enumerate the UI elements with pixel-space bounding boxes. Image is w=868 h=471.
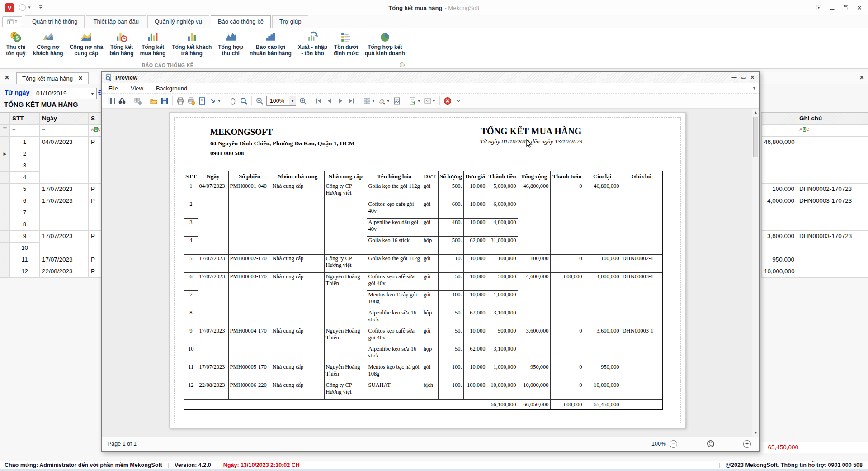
grid-row[interactable]: 617/07/2023P bbox=[0, 195, 103, 207]
grid-row[interactable]: 100,000DHN00002-170723 bbox=[762, 184, 868, 195]
prev-page-icon[interactable] bbox=[324, 95, 335, 107]
scroll-down-icon[interactable]: ▼ bbox=[752, 429, 759, 436]
multi-page-icon[interactable]: ▼ bbox=[362, 95, 377, 107]
close-preview-icon[interactable] bbox=[442, 95, 453, 107]
svg-text:C: C bbox=[98, 127, 101, 132]
page-color-icon[interactable]: ▼ bbox=[377, 95, 392, 107]
ribbon-button-bars3[interactable]: Tổng kết kháchtrả hàng bbox=[169, 28, 215, 57]
right-grid: Ghi chúABC46,800,000100,000DHN00002-1707… bbox=[761, 112, 868, 278]
bars4-icon bbox=[146, 30, 159, 43]
combo-arrow-icon[interactable]: ▼ bbox=[289, 96, 296, 105]
ribbon-tab-5[interactable]: Trợ giúp bbox=[272, 15, 309, 28]
open-icon[interactable] bbox=[148, 95, 159, 107]
print-icon[interactable] bbox=[175, 95, 186, 107]
menubar-overflow-icon[interactable]: ▼ bbox=[752, 86, 756, 90]
ribbon-button-coins[interactable]: €$Thu chitồn quỹ bbox=[2, 28, 30, 57]
toolbar-separator bbox=[405, 96, 405, 105]
grid-row[interactable]: 517/07/2023P bbox=[0, 184, 103, 195]
app-menu-button[interactable]: ▽ bbox=[2, 16, 22, 27]
magnifier-icon[interactable] bbox=[238, 95, 249, 107]
fit-screen-icon[interactable] bbox=[813, 2, 825, 13]
page-setup-icon[interactable] bbox=[197, 95, 208, 107]
customize-grid-icon[interactable] bbox=[132, 95, 143, 107]
zoom-slider-knob[interactable] bbox=[707, 440, 714, 447]
ribbon-tab-4[interactable]: Báo cáo thống kê bbox=[211, 15, 271, 28]
ribbon-group-separator bbox=[406, 30, 406, 67]
grid-row[interactable]: 1117/07/2023P bbox=[0, 254, 103, 266]
toolbar-separator bbox=[359, 96, 359, 105]
ribbon-tab-2[interactable]: Thiết lập ban đầu bbox=[86, 15, 146, 28]
minimize-icon[interactable] bbox=[826, 2, 838, 13]
ribbon-button-list[interactable]: Tồn dướiđịnh mức bbox=[330, 28, 362, 57]
report-company-phone: 0901 000 508 bbox=[210, 150, 354, 157]
menu-background[interactable]: Background bbox=[156, 85, 187, 92]
quick-print-icon[interactable] bbox=[186, 95, 197, 107]
scale-icon[interactable]: ▼ bbox=[208, 95, 222, 107]
from-date-combo[interactable]: 01/10/2019 ▼ bbox=[33, 88, 97, 99]
scroll-up-icon[interactable]: ▲ bbox=[752, 109, 759, 116]
ribbon-button-area1[interactable]: Công nợkhách hàng bbox=[30, 28, 66, 57]
hand-icon[interactable] bbox=[227, 95, 238, 107]
toolbar-separator bbox=[130, 96, 130, 105]
ribbon-button-steps[interactable]: Báo cáo lợinhuận bán hàng bbox=[246, 28, 295, 57]
grid-row[interactable]: 104/07/2023P bbox=[0, 137, 103, 148]
menu-view[interactable]: View bbox=[131, 85, 143, 92]
close-icon[interactable] bbox=[854, 2, 865, 13]
tab-close-icon[interactable]: ✕ bbox=[78, 75, 83, 81]
zoom-combo[interactable]: 100%▼ bbox=[266, 96, 296, 106]
left-grid-filter-row[interactable]: ==ABC bbox=[0, 125, 103, 137]
grid-row[interactable]: 1222/08/2023P bbox=[0, 266, 103, 278]
left-grid-header[interactable]: STTNgàyS bbox=[0, 113, 103, 125]
first-page-icon[interactable] bbox=[313, 95, 324, 107]
preview-maximize-icon[interactable]: ▭ bbox=[741, 75, 745, 81]
preview-minimize-icon[interactable]: — bbox=[731, 75, 736, 80]
overflow-dd-icon[interactable] bbox=[453, 95, 464, 107]
last-page-icon[interactable] bbox=[346, 95, 357, 107]
watermark-icon[interactable] bbox=[392, 95, 402, 107]
document-tab[interactable]: Tổng kết mua hàng ✕ bbox=[16, 72, 89, 84]
zoom-out-icon[interactable] bbox=[254, 95, 265, 107]
preview-menubar: FileViewBackground ▼ bbox=[102, 83, 759, 94]
ribbon-button-barsclock[interactable]: Tổng kếtbán hàng bbox=[106, 28, 137, 57]
scrollbar-thumb[interactable] bbox=[753, 117, 758, 157]
next-page-icon[interactable] bbox=[335, 95, 346, 107]
preview-title: Preview bbox=[115, 74, 137, 81]
ribbon-button-bars4[interactable]: Tổng kếtmua hàng bbox=[137, 28, 169, 57]
ribbon-button-zigzag[interactable]: Tổng hợpthu chi bbox=[215, 28, 246, 57]
preview-icon bbox=[105, 74, 113, 81]
ribbon-tab-1[interactable]: Quản trị hệ thống bbox=[25, 15, 85, 28]
barsclock-icon bbox=[115, 30, 127, 43]
zoom-out-button[interactable]: − bbox=[670, 440, 677, 448]
search-icon[interactable] bbox=[117, 95, 127, 107]
svg-text:$: $ bbox=[16, 36, 19, 41]
toolbar-separator bbox=[439, 96, 440, 105]
zoom-in-icon[interactable] bbox=[297, 95, 308, 107]
grid-row[interactable]: 950,000 bbox=[762, 254, 868, 266]
right-grid-filter-row[interactable]: ABC bbox=[762, 125, 868, 137]
grid-row[interactable]: 917/07/2023P bbox=[0, 231, 103, 243]
email-icon[interactable]: ▼ bbox=[422, 95, 437, 107]
grid-heading: TỔNG KẾT MUA HÀNG bbox=[4, 100, 78, 108]
preview-close-icon[interactable]: ✕ bbox=[750, 75, 755, 81]
group-launcher-icon[interactable] bbox=[400, 62, 405, 67]
restore-icon[interactable] bbox=[840, 2, 852, 13]
grid-row[interactable]: 10,000,000 bbox=[762, 266, 868, 278]
preview-scrollbar[interactable]: ▲ ▼ bbox=[752, 109, 759, 437]
panels-icon[interactable] bbox=[106, 95, 117, 107]
toolbar-separator bbox=[146, 96, 146, 105]
preview-titlebar[interactable]: Preview — ▭ ✕ bbox=[102, 72, 759, 83]
menu-file[interactable]: File bbox=[108, 85, 118, 92]
zoom-in-button[interactable]: + bbox=[743, 440, 751, 448]
right-grid-header[interactable]: Ghi chú bbox=[762, 113, 868, 125]
tabstrip-close-right-icon[interactable]: ✕ bbox=[859, 74, 864, 81]
ribbon-button-pie[interactable]: Tổng hợp kếtquả kinh doanh bbox=[362, 28, 408, 57]
report-row: 104/07/2023PMH00001-040Nhà cung cấpCông … bbox=[184, 182, 662, 200]
ribbon-button-area2[interactable]: Công nợ nhàcung cấp bbox=[66, 28, 107, 57]
ribbon-button-barsarrow[interactable]: Xuất - nhập- tồn kho bbox=[295, 28, 330, 57]
tabstrip-close-icon[interactable]: ✕ bbox=[5, 74, 9, 81]
report-row: 617/07/2023PMH00003-170Nhà cung cấpNguyễ… bbox=[184, 272, 662, 290]
export-icon[interactable]: ▼ bbox=[407, 95, 422, 107]
ribbon-tab-3[interactable]: Quản lý nghiệp vụ bbox=[147, 15, 209, 28]
save-icon[interactable] bbox=[159, 95, 170, 107]
zoom-slider[interactable] bbox=[681, 444, 740, 444]
